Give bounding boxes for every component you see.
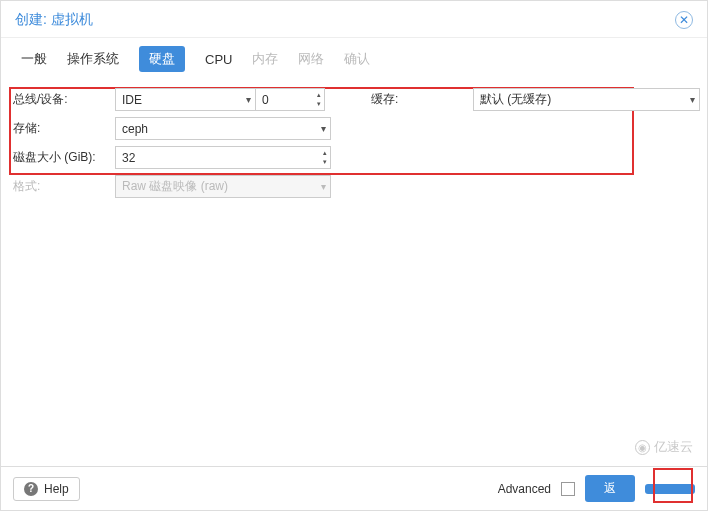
help-button[interactable]: ? Help: [13, 477, 80, 501]
spinner-icon[interactable]: ▴▾: [323, 148, 327, 167]
spinner-icon[interactable]: ▴▾: [317, 90, 321, 109]
back-button[interactable]: 返: [585, 475, 635, 502]
chevron-down-icon: ▾: [321, 182, 326, 192]
tab-disk[interactable]: 硬盘: [139, 46, 185, 72]
next-button[interactable]: [645, 484, 695, 494]
watermark-icon: ◉: [635, 440, 650, 455]
disksize-input[interactable]: 32 ▴▾: [115, 146, 331, 169]
help-icon: ?: [24, 482, 38, 496]
bus-select[interactable]: IDE ▾: [115, 88, 256, 111]
bus-label: 总线/设备:: [13, 91, 115, 108]
dialog-title: 创建: 虚拟机: [15, 11, 93, 29]
cache-select[interactable]: 默认 (无缓存) ▾: [473, 88, 700, 111]
device-number-input[interactable]: 0 ▴▾: [256, 88, 325, 111]
tab-os[interactable]: 操作系统: [67, 50, 119, 68]
format-label: 格式:: [13, 178, 115, 195]
advanced-checkbox[interactable]: [561, 482, 575, 496]
disksize-label: 磁盘大小 (GiB):: [13, 149, 115, 166]
tab-network: 网络: [298, 50, 324, 68]
tab-memory: 内存: [252, 50, 278, 68]
format-select: Raw 磁盘映像 (raw) ▾: [115, 175, 331, 198]
close-icon[interactable]: ✕: [675, 11, 693, 29]
storage-label: 存储:: [13, 120, 115, 137]
chevron-down-icon: ▾: [321, 124, 326, 134]
tab-confirm: 确认: [344, 50, 370, 68]
chevron-down-icon: ▾: [690, 95, 695, 105]
advanced-label: Advanced: [498, 482, 551, 496]
chevron-down-icon: ▾: [246, 95, 251, 105]
tab-general[interactable]: 一般: [21, 50, 47, 68]
watermark: ◉ 亿速云: [635, 438, 693, 456]
storage-select[interactable]: ceph ▾: [115, 117, 331, 140]
cache-label: 缓存:: [371, 91, 473, 108]
tab-cpu[interactable]: CPU: [205, 52, 232, 67]
tab-bar: 一般 操作系统 硬盘 CPU 内存 网络 确认: [1, 38, 707, 82]
